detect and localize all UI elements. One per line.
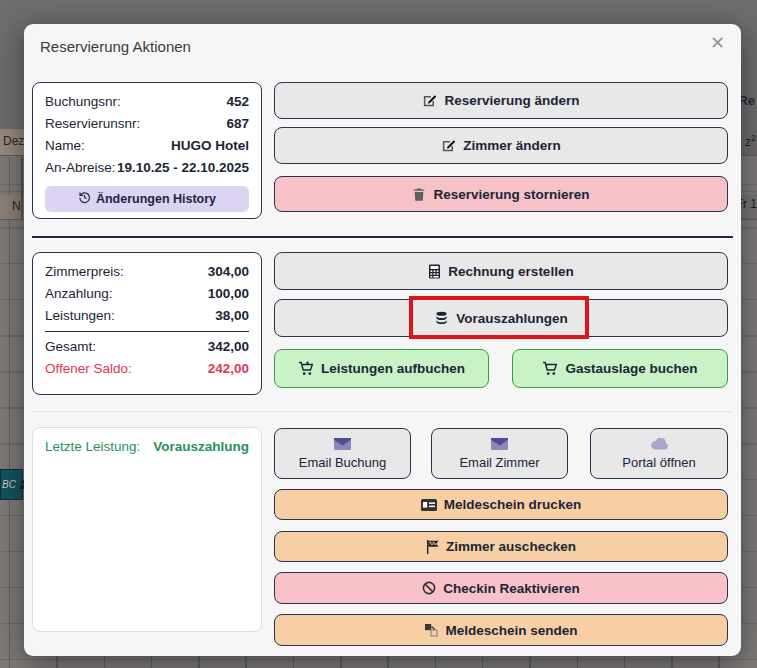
cloud-icon bbox=[650, 438, 669, 450]
guest-name-row: Name: HUGO Hotel bbox=[45, 135, 249, 157]
room-price-value: 304,00 bbox=[208, 261, 249, 283]
prepayments-button[interactable]: Vorauszahlungen bbox=[274, 299, 728, 337]
envelope-icon bbox=[334, 438, 351, 450]
deposit-label: Anzahlung: bbox=[45, 283, 113, 305]
cart-plus-icon bbox=[298, 361, 314, 376]
arrival-departure-label: An-Abreise: bbox=[45, 157, 116, 179]
background-booking-bar: BC bbox=[0, 469, 23, 500]
section-divider-2 bbox=[32, 411, 733, 412]
price-summary-card: Zimmerpreis: 304,00 Anzahlung: 100,00 Le… bbox=[32, 252, 262, 395]
edit-icon bbox=[422, 93, 437, 108]
services-value: 38,00 bbox=[215, 305, 249, 327]
room-price-label: Zimmerpreis: bbox=[45, 261, 124, 283]
share-icon bbox=[424, 623, 438, 637]
section-divider bbox=[32, 236, 733, 238]
prepayments-label: Vorauszahlungen bbox=[456, 311, 568, 326]
send-registration-form-button[interactable]: Meldeschein senden bbox=[274, 614, 728, 646]
total-row: Gesamt: 342,00 bbox=[45, 336, 249, 358]
screen: Dez z2 N Fr 1 Re BC Reservierung Aktione… bbox=[0, 0, 757, 668]
reservation-number-label: Reservierunsnr: bbox=[45, 113, 140, 135]
booking-number-value: 452 bbox=[226, 91, 249, 113]
create-invoice-button[interactable]: Rechnung erstellen bbox=[274, 252, 728, 290]
add-services-label: Leistungen aufbuchen bbox=[321, 361, 465, 376]
arrival-departure-value: 19.10.25 - 22.10.2025 bbox=[117, 157, 249, 179]
booking-number-row: Buchungsnr: 452 bbox=[45, 91, 249, 113]
book-guest-expense-button[interactable]: Gastauslage buchen bbox=[512, 349, 728, 388]
print-registration-form-button[interactable]: Meldeschein drucken bbox=[274, 489, 728, 520]
deposit-row: Anzahlung: 100,00 bbox=[45, 283, 249, 305]
total-value: 342,00 bbox=[208, 336, 249, 358]
open-balance-row: Offener Saldo: 242,00 bbox=[45, 358, 249, 380]
change-room-label: Zimmer ändern bbox=[463, 138, 561, 153]
booking-info-card: Buchungsnr: 452 Reservierunsnr: 687 Name… bbox=[32, 82, 262, 219]
cart-icon bbox=[542, 361, 558, 376]
open-portal-label: Portal öffnen bbox=[622, 455, 695, 470]
changes-history-button[interactable]: Änderungen History bbox=[45, 186, 249, 212]
guest-name-label: Name: bbox=[45, 135, 85, 157]
last-service-row: Letzte Leistung: Vorauszahlung bbox=[45, 436, 249, 458]
reactivate-checkin-label: Checkin Reaktivieren bbox=[443, 581, 580, 596]
dialog-title: Reservierung Aktionen bbox=[40, 38, 191, 55]
background-month-label: Dez bbox=[3, 134, 24, 148]
cancel-reservation-label: Reservierung stornieren bbox=[433, 187, 589, 202]
print-registration-form-label: Meldeschein drucken bbox=[444, 497, 581, 512]
services-row: Leistungen: 38,00 bbox=[45, 305, 249, 327]
arrival-departure-row: An-Abreise: 19.10.25 - 22.10.2025 bbox=[45, 157, 249, 179]
open-portal-button[interactable]: Portal öffnen bbox=[590, 428, 728, 479]
id-card-icon bbox=[421, 499, 437, 511]
change-reservation-button[interactable]: Reservierung ändern bbox=[274, 82, 728, 119]
room-price-row: Zimmerpreis: 304,00 bbox=[45, 261, 249, 283]
cancel-reservation-button[interactable]: Reservierung stornieren bbox=[274, 176, 728, 212]
check-out-room-label: Zimmer auschecken bbox=[446, 539, 576, 554]
reservation-number-row: Reservierunsnr: 687 bbox=[45, 113, 249, 135]
trash-icon bbox=[412, 187, 426, 202]
reservation-actions-dialog: Reservierung Aktionen ✕ Buchungsnr: 452 … bbox=[24, 24, 741, 656]
ban-icon bbox=[422, 581, 436, 595]
flag-icon bbox=[426, 540, 439, 554]
changes-history-label: Änderungen History bbox=[96, 192, 216, 206]
reservation-number-value: 687 bbox=[226, 113, 249, 135]
last-service-value: Vorauszahlung bbox=[153, 436, 249, 458]
background-month-label-right: z2 bbox=[745, 133, 756, 149]
check-out-room-button[interactable]: Zimmer auschecken bbox=[274, 531, 728, 562]
create-invoice-label: Rechnung erstellen bbox=[448, 264, 573, 279]
reactivate-checkin-button[interactable]: Checkin Reaktivieren bbox=[274, 572, 728, 604]
booking-number-label: Buchungsnr: bbox=[45, 91, 121, 113]
coins-icon bbox=[434, 311, 449, 325]
services-label: Leistungen: bbox=[45, 305, 115, 327]
email-room-label: Email Zimmer bbox=[459, 455, 539, 470]
email-room-button[interactable]: Email Zimmer bbox=[431, 428, 568, 479]
background-day-label-left: N bbox=[12, 199, 21, 213]
history-icon bbox=[78, 191, 91, 207]
email-booking-label: Email Buchung bbox=[299, 455, 386, 470]
change-reservation-label: Reservierung ändern bbox=[444, 93, 579, 108]
deposit-value: 100,00 bbox=[208, 283, 249, 305]
open-balance-value: 242,00 bbox=[208, 358, 249, 380]
envelope-icon bbox=[491, 438, 508, 450]
guest-name-value: HUGO Hotel bbox=[171, 135, 249, 157]
change-room-button[interactable]: Zimmer ändern bbox=[274, 127, 728, 164]
send-registration-form-label: Meldeschein senden bbox=[445, 623, 577, 638]
background-column-divider bbox=[21, 157, 23, 220]
add-services-button[interactable]: Leistungen aufbuchen bbox=[274, 349, 489, 388]
price-divider bbox=[45, 331, 249, 332]
last-service-card: Letzte Leistung: Vorauszahlung bbox=[32, 427, 262, 632]
book-guest-expense-label: Gastauslage buchen bbox=[565, 361, 697, 376]
close-icon[interactable]: ✕ bbox=[710, 34, 725, 52]
total-label: Gesamt: bbox=[45, 336, 96, 358]
email-booking-button[interactable]: Email Buchung bbox=[274, 428, 411, 479]
open-balance-label: Offener Saldo: bbox=[45, 358, 132, 380]
last-service-label: Letzte Leistung: bbox=[45, 436, 140, 458]
edit-icon bbox=[441, 138, 456, 153]
calculator-icon bbox=[428, 264, 441, 279]
